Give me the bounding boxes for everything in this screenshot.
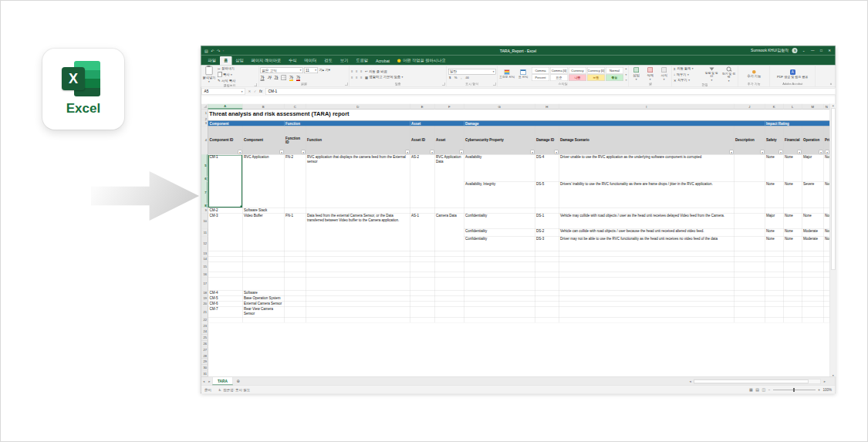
cell[interactable] [435, 208, 464, 214]
sort-filter-button[interactable]: 정렬 및 필터 ▾ [704, 67, 719, 81]
ribbon-tab-검토[interactable]: 검토 [320, 56, 336, 66]
cell[interactable]: Damage Scenario▾ [559, 127, 735, 155]
cell[interactable]: Impact Rating [765, 121, 830, 127]
sheet-tab-tara[interactable]: TARA [212, 377, 233, 386]
font-color-icon[interactable]: 가 [296, 74, 300, 81]
cell-style-item[interactable]: 표준 [550, 75, 568, 82]
cell[interactable] [208, 257, 243, 262]
cell[interactable] [735, 182, 765, 208]
save-icon[interactable]: ▤ [204, 49, 208, 53]
cell[interactable] [285, 262, 306, 272]
cell[interactable] [435, 307, 464, 318]
align-middle-icon[interactable]: ≡ [356, 69, 357, 73]
cell[interactable] [802, 307, 824, 318]
ribbon-tab-삽입[interactable]: 삽입 [231, 56, 248, 66]
cell-style-item[interactable]: Comma [0] [550, 67, 568, 74]
cell[interactable] [208, 251, 243, 257]
row-header-23[interactable]: 23 [201, 323, 208, 329]
cell[interactable] [464, 262, 535, 272]
filter-dropdown-icon[interactable]: ▾ [460, 150, 464, 154]
cell[interactable] [559, 257, 735, 262]
cell[interactable] [824, 278, 830, 291]
column-header-M[interactable]: M [802, 104, 824, 110]
cell[interactable] [306, 318, 410, 323]
row-header-28[interactable]: 28 [201, 353, 208, 359]
cell[interactable] [285, 208, 306, 214]
cell[interactable] [435, 262, 464, 272]
cell[interactable]: CM-2 [208, 208, 243, 214]
cell[interactable] [243, 272, 285, 278]
cell[interactable] [735, 229, 765, 237]
minimize-icon[interactable]: — [810, 49, 816, 52]
cell[interactable]: Availability [464, 155, 535, 182]
cell[interactable] [824, 262, 830, 272]
cell[interactable] [208, 262, 243, 272]
cell[interactable]: None [765, 155, 784, 182]
cell[interactable] [208, 318, 243, 323]
cell[interactable]: Asset▾ [435, 127, 464, 155]
cell[interactable] [735, 296, 765, 302]
insert-cells-button[interactable]: 삽입 ▾ [633, 67, 640, 80]
cell[interactable] [464, 278, 535, 291]
horizontal-scroll-thumb[interactable] [694, 380, 809, 383]
merge-center-button[interactable]: ▦ 병합하고 가운데 맞춤 ▾ [365, 75, 403, 79]
align-top-icon[interactable]: ≡ [351, 69, 353, 73]
column-header-E[interactable]: E [410, 104, 435, 110]
cell[interactable]: Financial▾ [784, 127, 802, 155]
cell[interactable] [765, 208, 784, 214]
cell[interactable]: Driver unable to use the RVC application… [559, 155, 735, 182]
italic-button[interactable]: 가 [268, 75, 272, 80]
cell[interactable]: Moderate [802, 229, 824, 237]
cell[interactable]: Base Operation System [243, 296, 285, 302]
decimal-places-icon[interactable]: .00 [465, 76, 469, 79]
cell[interactable] [243, 251, 285, 257]
cell[interactable] [784, 291, 802, 296]
redo-icon[interactable]: ↷ [217, 49, 220, 53]
cell[interactable] [802, 278, 824, 291]
cell[interactable] [435, 278, 464, 291]
cell[interactable]: RVC Application [243, 155, 285, 208]
row-header-6[interactable]: 6 [201, 177, 208, 182]
find-select-button[interactable]: 찾기 및 선택 ▾ [721, 66, 737, 82]
cell[interactable] [306, 208, 410, 214]
cell[interactable]: Asset [410, 121, 464, 127]
normal-view-icon[interactable]: ▦ [749, 388, 753, 393]
cell[interactable] [306, 257, 410, 262]
sheet-next-icon[interactable]: ▸ [207, 380, 212, 383]
ribbon-tab-데이터[interactable]: 데이터 [300, 56, 320, 66]
cell[interactable]: Vehicle can collide with road objects / … [559, 229, 735, 237]
filter-dropdown-icon[interactable]: ▾ [798, 150, 802, 154]
cell[interactable] [410, 257, 435, 262]
format-cells-button[interactable]: 서식 ▾ [661, 67, 668, 80]
cell[interactable] [802, 291, 824, 296]
cell[interactable] [285, 307, 306, 318]
cell[interactable]: AS-2 [410, 155, 435, 208]
column-header-H[interactable]: H [535, 104, 559, 110]
cell[interactable] [824, 318, 830, 323]
cell[interactable] [784, 262, 802, 272]
cell[interactable] [559, 278, 735, 291]
row-header-31[interactable]: 31 [201, 371, 208, 377]
cell[interactable]: None [765, 237, 784, 251]
cell[interactable] [535, 278, 559, 291]
cell[interactable] [243, 278, 285, 291]
column-header-N[interactable]: N [824, 104, 830, 110]
cell[interactable] [802, 296, 824, 302]
wrap-text-button[interactable]: ↩ 자동 줄 바꿈 [365, 69, 387, 73]
select-all-corner[interactable] [201, 104, 208, 110]
dialog-launcher-icon[interactable] [345, 83, 348, 86]
filter-dropdown-icon[interactable]: ▾ [555, 150, 559, 154]
cell[interactable] [735, 214, 765, 229]
cell[interactable] [410, 307, 435, 318]
cell[interactable] [559, 302, 735, 307]
cell-style-item[interactable]: Currency [569, 67, 586, 74]
close-icon[interactable]: ✕ [827, 49, 833, 52]
cell[interactable] [435, 251, 464, 257]
cell[interactable] [784, 318, 802, 323]
cell[interactable] [464, 302, 535, 307]
column-header-G[interactable]: G [464, 104, 535, 110]
cell[interactable] [824, 257, 830, 262]
cell[interactable] [824, 208, 830, 214]
row-header-26[interactable]: 26 [201, 341, 208, 347]
accessibility-status[interactable]: ♿ 접근성: 조사 필요 [218, 387, 250, 393]
